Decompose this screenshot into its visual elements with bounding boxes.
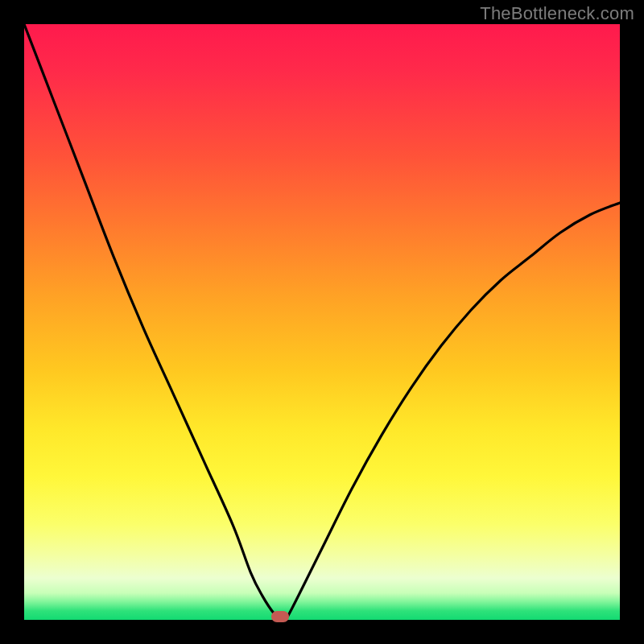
chart-frame: TheBottleneck.com — [0, 0, 644, 644]
watermark-text: TheBottleneck.com — [480, 3, 634, 24]
optimal-point-marker — [271, 611, 289, 622]
bottleneck-curve — [24, 24, 620, 620]
curve-path — [24, 24, 620, 617]
plot-area — [24, 24, 620, 620]
